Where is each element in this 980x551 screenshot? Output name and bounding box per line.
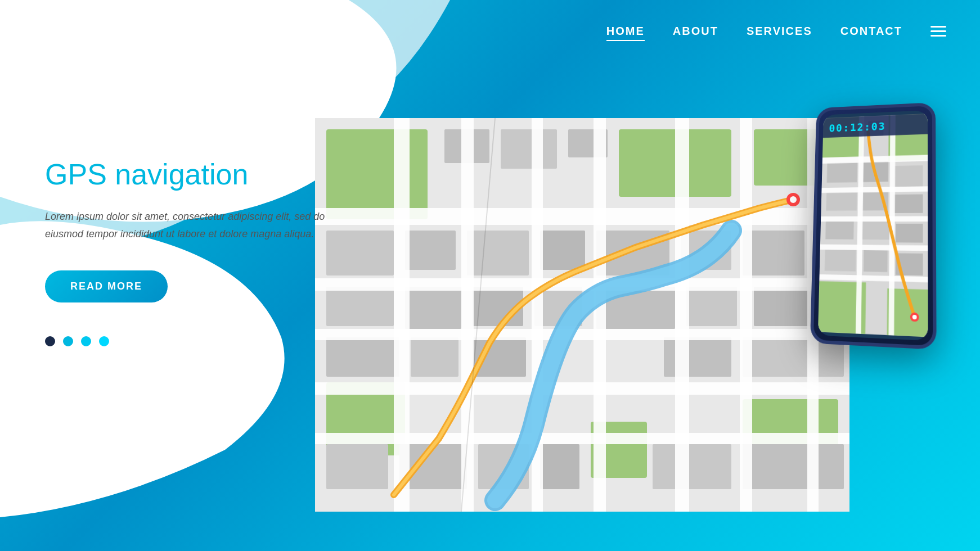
svg-rect-43: [461, 118, 474, 512]
svg-text:00:12:03: 00:12:03: [829, 120, 886, 134]
svg-rect-2: [326, 129, 428, 219]
slide-dot-1[interactable]: [45, 336, 55, 346]
hero-section: GPS navigation Lorem ipsum dolor sit ame…: [45, 157, 326, 346]
svg-rect-59: [827, 162, 858, 183]
slide-dot-3[interactable]: [81, 336, 91, 346]
logo-text: LOGO: [61, 21, 120, 42]
nav-home[interactable]: HOME: [606, 25, 645, 38]
svg-rect-24: [686, 287, 737, 326]
header: LOGO HOME ABOUT SERVICES CONTACT: [0, 0, 980, 62]
svg-rect-26: [326, 337, 399, 377]
svg-rect-73: [821, 216, 928, 222]
read-more-button[interactable]: READ MORE: [45, 270, 168, 302]
svg-rect-64: [893, 195, 923, 213]
phone-body: 00:12:03: [810, 102, 937, 350]
svg-rect-35: [653, 444, 731, 489]
nav-about[interactable]: ABOUT: [673, 25, 718, 38]
svg-rect-67: [896, 224, 923, 243]
svg-rect-45: [594, 118, 606, 512]
svg-rect-27: [411, 337, 458, 377]
svg-rect-47: [740, 118, 752, 512]
phone-screen: 00:12:03: [818, 110, 928, 341]
svg-rect-12: [405, 231, 456, 270]
nav-services[interactable]: SERVICES: [747, 25, 812, 38]
svg-rect-29: [664, 337, 731, 377]
navigation: HOME ABOUT SERVICES CONTACT: [606, 25, 946, 38]
svg-rect-11: [326, 231, 394, 276]
phone-mockup: 00:12:03: [811, 101, 935, 343]
svg-rect-61: [893, 165, 923, 187]
slide-dot-2[interactable]: [63, 336, 73, 346]
svg-rect-66: [861, 221, 891, 240]
slide-dots: [45, 336, 326, 346]
hamburger-menu-icon[interactable]: [930, 26, 946, 37]
svg-rect-14: [540, 231, 585, 270]
svg-rect-13: [467, 231, 529, 276]
map-illustration: 00:12:03: [253, 45, 980, 551]
svg-rect-69: [864, 250, 888, 272]
svg-rect-65: [825, 221, 854, 240]
logo-area: LOGO: [34, 21, 120, 42]
logo-icon: [34, 21, 54, 41]
hero-title: GPS navigation: [45, 157, 326, 191]
svg-rect-31: [326, 444, 388, 489]
svg-rect-9: [501, 129, 557, 169]
svg-rect-68: [825, 250, 856, 272]
slide-dot-4[interactable]: [99, 336, 109, 346]
svg-rect-42: [394, 118, 410, 512]
svg-rect-36: [743, 444, 844, 489]
hero-description: Lorem ipsum dolor sit amet, consectetur …: [45, 208, 326, 242]
svg-rect-46: [675, 118, 689, 512]
svg-rect-20: [405, 287, 461, 329]
svg-point-51: [790, 196, 797, 203]
svg-rect-62: [826, 192, 857, 211]
svg-rect-34: [540, 444, 579, 489]
nav-contact[interactable]: CONTACT: [840, 25, 902, 38]
svg-rect-19: [326, 287, 394, 326]
